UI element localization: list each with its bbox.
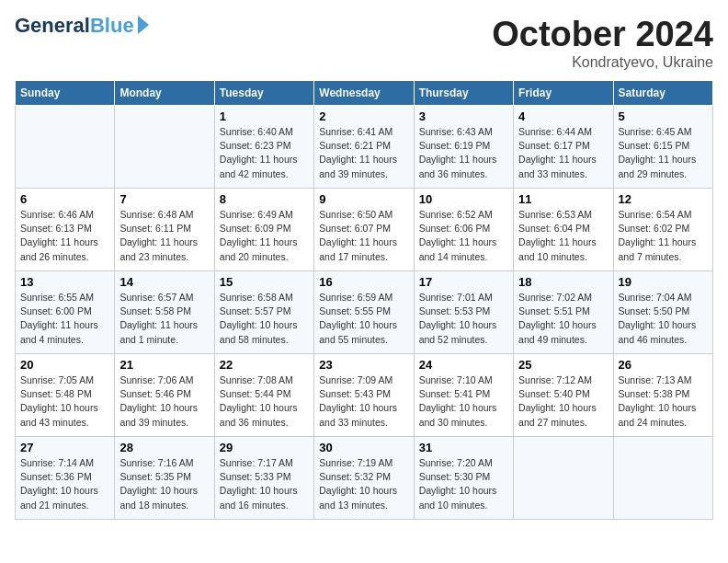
day-number: 27: [20, 441, 109, 454]
calendar-day-cell: 30Sunrise: 7:19 AM Sunset: 5:32 PM Dayli…: [314, 437, 414, 520]
logo-arrow-icon: [138, 16, 149, 34]
calendar-day-cell: 27Sunrise: 7:14 AM Sunset: 5:36 PM Dayli…: [16, 437, 115, 520]
day-info: Sunrise: 7:16 AM Sunset: 5:35 PM Dayligh…: [119, 456, 209, 512]
calendar-day-cell: 22Sunrise: 7:08 AM Sunset: 5:44 PM Dayli…: [214, 354, 313, 437]
calendar-day-cell: 10Sunrise: 6:52 AM Sunset: 6:06 PM Dayli…: [414, 189, 513, 271]
day-info: Sunrise: 7:19 AM Sunset: 5:32 PM Dayligh…: [319, 456, 408, 512]
day-number: 28: [119, 441, 209, 454]
calendar-day-header: Friday: [514, 81, 613, 106]
day-number: 23: [319, 358, 408, 372]
day-info: Sunrise: 6:58 AM Sunset: 5:57 PM Dayligh…: [220, 291, 309, 347]
day-info: Sunrise: 7:08 AM Sunset: 5:44 PM Dayligh…: [220, 373, 309, 430]
logo-text: GeneralBlue: [15, 15, 134, 37]
day-number: 12: [619, 192, 708, 206]
logo: GeneralBlue: [15, 15, 149, 37]
day-number: 11: [518, 192, 608, 206]
day-number: 13: [20, 275, 109, 289]
day-number: 15: [220, 275, 309, 289]
day-number: 19: [619, 275, 708, 289]
day-number: 22: [220, 358, 309, 372]
day-info: Sunrise: 6:48 AM Sunset: 6:11 PM Dayligh…: [119, 208, 209, 264]
calendar-day-cell: 7Sunrise: 6:48 AM Sunset: 6:11 PM Daylig…: [115, 189, 214, 271]
calendar-body: 1Sunrise: 6:40 AM Sunset: 6:23 PM Daylig…: [16, 106, 713, 520]
day-number: 3: [419, 109, 508, 123]
day-info: Sunrise: 6:46 AM Sunset: 6:13 PM Dayligh…: [20, 208, 109, 264]
calendar-week-row: 6Sunrise: 6:46 AM Sunset: 6:13 PM Daylig…: [16, 189, 713, 271]
day-number: 24: [419, 358, 508, 372]
calendar-day-cell: 18Sunrise: 7:02 AM Sunset: 5:51 PM Dayli…: [514, 271, 613, 354]
calendar-day-cell: 6Sunrise: 6:46 AM Sunset: 6:13 PM Daylig…: [16, 189, 115, 271]
day-number: 2: [319, 109, 408, 123]
calendar-day-cell: 21Sunrise: 7:06 AM Sunset: 5:46 PM Dayli…: [115, 354, 214, 437]
calendar-table: SundayMondayTuesdayWednesdayThursdayFrid…: [15, 80, 713, 520]
month-title: October 2024: [492, 15, 713, 54]
day-info: Sunrise: 7:20 AM Sunset: 5:30 PM Dayligh…: [419, 456, 508, 512]
calendar-day-cell: 14Sunrise: 6:57 AM Sunset: 5:58 PM Dayli…: [115, 271, 214, 354]
day-info: Sunrise: 7:01 AM Sunset: 5:53 PM Dayligh…: [419, 291, 508, 347]
calendar-week-row: 13Sunrise: 6:55 AM Sunset: 6:00 PM Dayli…: [16, 271, 713, 354]
calendar-day-header: Monday: [115, 81, 214, 106]
day-info: Sunrise: 6:59 AM Sunset: 5:55 PM Dayligh…: [319, 291, 408, 347]
day-info: Sunrise: 6:52 AM Sunset: 6:06 PM Dayligh…: [419, 208, 508, 264]
page-header: GeneralBlue October 2024 Kondratyevo, Uk…: [15, 15, 713, 71]
calendar-day-cell: 31Sunrise: 7:20 AM Sunset: 5:30 PM Dayli…: [414, 437, 513, 520]
day-number: 10: [419, 192, 508, 206]
calendar-day-cell: 11Sunrise: 6:53 AM Sunset: 6:04 PM Dayli…: [514, 189, 613, 271]
day-info: Sunrise: 6:53 AM Sunset: 6:04 PM Dayligh…: [518, 208, 608, 264]
day-number: 26: [619, 358, 708, 372]
day-number: 29: [220, 441, 309, 454]
calendar-day-cell: 20Sunrise: 7:05 AM Sunset: 5:48 PM Dayli…: [16, 354, 115, 437]
calendar-day-header: Wednesday: [314, 81, 414, 106]
calendar-day-cell: [115, 106, 214, 189]
calendar-day-cell: 25Sunrise: 7:12 AM Sunset: 5:40 PM Dayli…: [514, 354, 613, 437]
calendar-day-cell: [16, 106, 115, 189]
day-info: Sunrise: 7:13 AM Sunset: 5:38 PM Dayligh…: [619, 373, 708, 430]
calendar-day-cell: 23Sunrise: 7:09 AM Sunset: 5:43 PM Dayli…: [314, 354, 414, 437]
calendar-day-cell: 28Sunrise: 7:16 AM Sunset: 5:35 PM Dayli…: [115, 437, 214, 520]
calendar-day-cell: [613, 437, 712, 520]
calendar-day-header: Saturday: [613, 81, 712, 106]
calendar-day-cell: 19Sunrise: 7:04 AM Sunset: 5:50 PM Dayli…: [613, 271, 712, 354]
day-number: 18: [518, 275, 608, 289]
day-number: 20: [20, 358, 109, 372]
day-number: 25: [518, 358, 608, 372]
calendar-day-header: Thursday: [414, 81, 513, 106]
day-info: Sunrise: 7:05 AM Sunset: 5:48 PM Dayligh…: [20, 373, 109, 430]
calendar-day-header: Sunday: [16, 81, 115, 106]
calendar-day-cell: 13Sunrise: 6:55 AM Sunset: 6:00 PM Dayli…: [16, 271, 115, 354]
day-info: Sunrise: 7:10 AM Sunset: 5:41 PM Dayligh…: [419, 373, 508, 430]
day-info: Sunrise: 7:17 AM Sunset: 5:33 PM Dayligh…: [220, 456, 309, 512]
day-number: 7: [119, 192, 209, 206]
calendar-day-cell: 5Sunrise: 6:45 AM Sunset: 6:15 PM Daylig…: [613, 106, 712, 189]
day-number: 30: [319, 441, 408, 454]
calendar-day-cell: 2Sunrise: 6:41 AM Sunset: 6:21 PM Daylig…: [314, 106, 414, 189]
calendar-day-cell: 16Sunrise: 6:59 AM Sunset: 5:55 PM Dayli…: [314, 271, 414, 354]
calendar-day-header: Tuesday: [214, 81, 313, 106]
calendar-day-cell: 24Sunrise: 7:10 AM Sunset: 5:41 PM Dayli…: [414, 354, 513, 437]
day-info: Sunrise: 6:43 AM Sunset: 6:19 PM Dayligh…: [419, 125, 508, 181]
day-number: 6: [20, 192, 109, 206]
day-info: Sunrise: 7:04 AM Sunset: 5:50 PM Dayligh…: [619, 291, 708, 347]
calendar-day-cell: 12Sunrise: 6:54 AM Sunset: 6:02 PM Dayli…: [613, 189, 712, 271]
calendar-day-cell: 26Sunrise: 7:13 AM Sunset: 5:38 PM Dayli…: [613, 354, 712, 437]
calendar-day-cell: 9Sunrise: 6:50 AM Sunset: 6:07 PM Daylig…: [314, 189, 414, 271]
calendar-day-cell: 8Sunrise: 6:49 AM Sunset: 6:09 PM Daylig…: [214, 189, 313, 271]
calendar-day-cell: 4Sunrise: 6:44 AM Sunset: 6:17 PM Daylig…: [514, 106, 613, 189]
day-number: 17: [419, 275, 508, 289]
day-number: 8: [220, 192, 309, 206]
day-info: Sunrise: 7:02 AM Sunset: 5:51 PM Dayligh…: [518, 291, 608, 347]
day-number: 14: [119, 275, 209, 289]
title-block: October 2024 Kondratyevo, Ukraine: [492, 15, 713, 71]
day-number: 9: [319, 192, 408, 206]
day-info: Sunrise: 6:45 AM Sunset: 6:15 PM Dayligh…: [619, 125, 708, 181]
day-number: 31: [419, 441, 508, 454]
calendar-day-cell: 17Sunrise: 7:01 AM Sunset: 5:53 PM Dayli…: [414, 271, 513, 354]
day-info: Sunrise: 6:55 AM Sunset: 6:00 PM Dayligh…: [20, 291, 109, 347]
day-number: 4: [518, 109, 608, 123]
calendar-day-cell: 3Sunrise: 6:43 AM Sunset: 6:19 PM Daylig…: [414, 106, 513, 189]
day-number: 5: [619, 109, 708, 123]
day-info: Sunrise: 7:14 AM Sunset: 5:36 PM Dayligh…: [20, 456, 109, 512]
day-number: 21: [119, 358, 209, 372]
calendar-day-cell: 29Sunrise: 7:17 AM Sunset: 5:33 PM Dayli…: [214, 437, 313, 520]
calendar-week-row: 1Sunrise: 6:40 AM Sunset: 6:23 PM Daylig…: [16, 106, 713, 189]
